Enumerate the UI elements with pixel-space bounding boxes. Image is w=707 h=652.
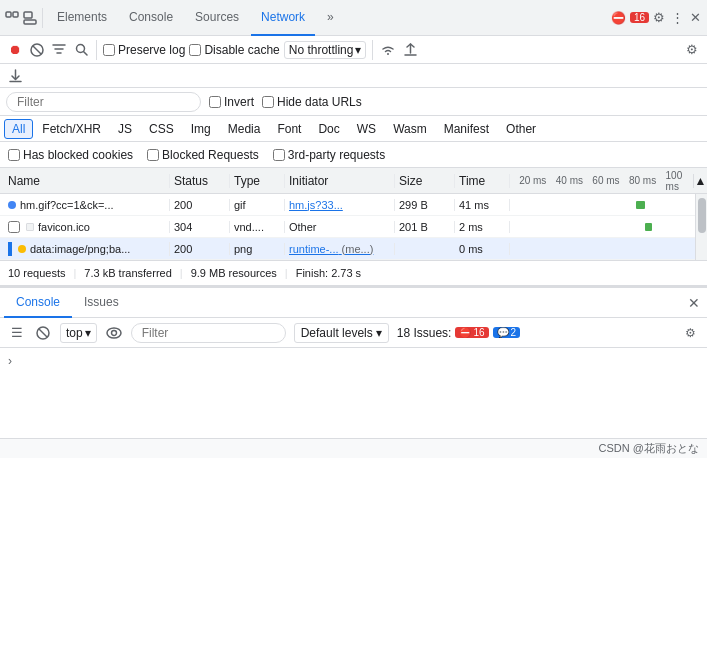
- row-checkbox-2[interactable]: [8, 221, 20, 233]
- table-row[interactable]: data:image/png;ba... 200 png runtime-...…: [0, 238, 695, 260]
- issues-badge-group[interactable]: 18 Issues: ⛔ 16 💬 2: [397, 326, 520, 340]
- bottom-tab-issues[interactable]: Issues: [72, 288, 131, 318]
- console-chevron-icon[interactable]: ›: [8, 354, 12, 368]
- row-name-cell-1: hm.gif?cc=1&ck=...: [0, 199, 170, 211]
- tab-console[interactable]: Console: [119, 0, 183, 36]
- row-waterfall-2: [510, 216, 695, 238]
- rows-main: hm.gif?cc=1&ck=... 200 gif hm.js?33... 2…: [0, 194, 695, 260]
- row-status-3: 200: [170, 243, 230, 255]
- ruler-tick-100ms: 100 ms: [666, 170, 693, 192]
- tab-sources[interactable]: Sources: [185, 0, 249, 36]
- row-name-2: favicon.ico: [38, 221, 90, 233]
- tab-more[interactable]: »: [317, 0, 344, 36]
- col-header-status[interactable]: Status: [170, 174, 230, 188]
- devtools-tab-bar: Elements Console Sources Network » ⛔ 16 …: [0, 0, 707, 36]
- record-button[interactable]: ⏺: [6, 41, 24, 59]
- preserve-log-checkbox[interactable]: Preserve log: [103, 43, 185, 57]
- close-bottom-panel-button[interactable]: ✕: [685, 294, 703, 312]
- more-icon[interactable]: ⋮: [669, 10, 685, 26]
- download-icon[interactable]: [6, 67, 24, 85]
- svg-rect-3: [24, 20, 36, 24]
- img-icon-3: [18, 245, 26, 253]
- wifi-icon[interactable]: [379, 41, 397, 59]
- favicon-icon-2: [26, 223, 34, 231]
- col-header-time[interactable]: Time: [455, 174, 510, 188]
- console-filter-input[interactable]: [131, 323, 286, 343]
- throttle-select[interactable]: No throttling ▾: [284, 41, 367, 59]
- type-btn-media[interactable]: Media: [220, 119, 269, 139]
- tab-separator-1: [42, 8, 43, 28]
- scrollbar-thumb[interactable]: [698, 198, 706, 233]
- console-toolbar: ☰ top ▾ Default levels ▾ 18 Issues: ⛔: [0, 318, 707, 348]
- clear-button[interactable]: [28, 41, 46, 59]
- tab-elements[interactable]: Elements: [47, 0, 117, 36]
- row-type-2: vnd....: [230, 221, 285, 233]
- col-header-name[interactable]: Name: [0, 174, 170, 188]
- upload-icon[interactable]: [401, 41, 419, 59]
- filter-button[interactable]: [50, 41, 68, 59]
- col-header-initiator[interactable]: Initiator: [285, 174, 395, 188]
- type-btn-font[interactable]: Font: [269, 119, 309, 139]
- type-btn-fetch-xhr[interactable]: Fetch/XHR: [34, 119, 109, 139]
- svg-line-7: [83, 52, 87, 56]
- search-button[interactable]: [72, 41, 90, 59]
- footer-bar: CSDN @花雨おとな: [0, 438, 707, 458]
- type-btn-img[interactable]: Img: [183, 119, 219, 139]
- bottom-tab-console[interactable]: Console: [4, 288, 72, 318]
- third-party-requests-checkbox[interactable]: 3rd-party requests: [273, 148, 385, 162]
- type-btn-css[interactable]: CSS: [141, 119, 182, 139]
- type-btn-doc[interactable]: Doc: [310, 119, 347, 139]
- bottom-tabs: Console Issues ✕: [0, 288, 707, 318]
- type-btn-ws[interactable]: WS: [349, 119, 384, 139]
- cursor-icon[interactable]: [4, 10, 20, 26]
- network-toolbar: ⏺ Preserve log Disable cache No throttli…: [0, 36, 707, 64]
- table-header: Name Status Type Initiator Size Time 20 …: [0, 168, 707, 194]
- row-initiator-3: runtime-... (me...): [285, 243, 395, 255]
- svg-point-11: [111, 330, 116, 335]
- row-type-1: gif: [230, 199, 285, 211]
- status-bar: 10 requests | 7.3 kB transferred | 9.9 M…: [0, 260, 707, 286]
- col-header-type[interactable]: Type: [230, 174, 285, 188]
- settings-icon[interactable]: ⚙: [651, 10, 667, 26]
- type-btn-manifest[interactable]: Manifest: [436, 119, 497, 139]
- console-sidebar-button[interactable]: ☰: [8, 324, 26, 342]
- console-clear-button[interactable]: [34, 324, 52, 342]
- type-btn-all[interactable]: All: [4, 119, 33, 139]
- tab-network[interactable]: Network: [251, 0, 315, 36]
- issues-badge-red[interactable]: ⛔ 16: [455, 327, 488, 338]
- ruler-tick-60ms: 60 ms: [592, 175, 619, 186]
- bottom-panel: Console Issues ✕ ☰ top ▾ Default levels …: [0, 286, 707, 438]
- ruler-tick-40ms: 40 ms: [556, 175, 583, 186]
- svg-line-5: [33, 46, 41, 54]
- table-row[interactable]: hm.gif?cc=1&ck=... 200 gif hm.js?33... 2…: [0, 194, 695, 216]
- waterfall-sort-button[interactable]: ▲: [693, 174, 707, 188]
- rows-scrollbar[interactable]: [695, 194, 707, 260]
- console-eye-button[interactable]: [105, 324, 123, 342]
- inspector-icon[interactable]: [22, 10, 38, 26]
- status-transferred: 7.3 kB transferred: [84, 267, 171, 279]
- row-name-3: data:image/png;ba...: [30, 243, 130, 255]
- console-settings-button[interactable]: ⚙: [681, 324, 699, 342]
- invert-checkbox[interactable]: Invert: [209, 95, 254, 109]
- type-btn-other[interactable]: Other: [498, 119, 544, 139]
- row-time-3: 0 ms: [455, 243, 510, 255]
- issues-badge-blue[interactable]: 💬 2: [493, 327, 521, 338]
- table-row[interactable]: favicon.ico 304 vnd.... Other 201 B 2 ms: [0, 216, 695, 238]
- hide-data-urls-checkbox[interactable]: Hide data URLs: [262, 95, 362, 109]
- svg-point-10: [107, 328, 121, 338]
- network-settings-icon[interactable]: ⚙: [683, 41, 701, 59]
- blocked-requests-checkbox[interactable]: Blocked Requests: [147, 148, 259, 162]
- has-blocked-cookies-checkbox[interactable]: Has blocked cookies: [8, 148, 133, 162]
- disable-cache-checkbox[interactable]: Disable cache: [189, 43, 279, 57]
- close-devtools-icon[interactable]: ✕: [687, 10, 703, 26]
- table-rows-area: hm.gif?cc=1&ck=... 200 gif hm.js?33... 2…: [0, 194, 707, 260]
- col-header-size[interactable]: Size: [395, 174, 455, 188]
- gif-icon-1: [8, 201, 16, 209]
- download-row: [0, 64, 707, 88]
- type-btn-js[interactable]: JS: [110, 119, 140, 139]
- error-badge-group[interactable]: ⛔ 16: [611, 11, 649, 25]
- filter-input[interactable]: [6, 92, 201, 112]
- top-selector[interactable]: top ▾: [60, 323, 97, 343]
- type-btn-wasm[interactable]: Wasm: [385, 119, 435, 139]
- levels-button[interactable]: Default levels ▾: [294, 323, 389, 343]
